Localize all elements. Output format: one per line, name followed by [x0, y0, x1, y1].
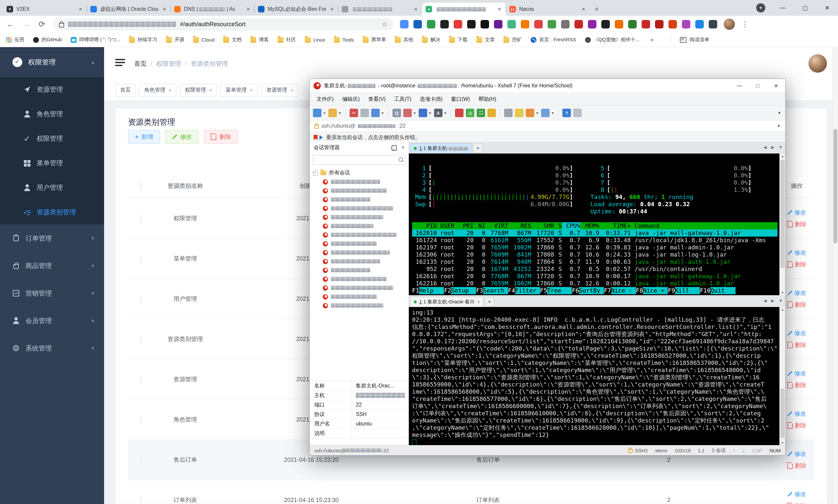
extension-icon[interactable] [548, 20, 556, 29]
toolbar-icon[interactable] [504, 109, 513, 117]
row-delete-link[interactable]: 删除 [787, 260, 806, 268]
htop-col-MEM%[interactable]: MEM% [581, 222, 599, 230]
menu-窗口(W)[interactable]: 窗口(W) [447, 96, 474, 103]
extension-icon[interactable] [709, 20, 717, 29]
row-delete-link[interactable]: 删除 [787, 502, 806, 504]
bookmark-star-icon[interactable]: ☆ [382, 20, 388, 28]
fkey-action[interactable]: Quit [711, 287, 735, 294]
edit-button[interactable]: 修改 [165, 130, 199, 144]
extension-icon[interactable] [695, 20, 704, 29]
tree-collapse-icon[interactable] [313, 170, 318, 176]
session-item[interactable] [313, 239, 409, 248]
menu-帮助(H)[interactable]: 帮助(H) [474, 96, 500, 103]
bookmark-item[interactable]: 博客 [250, 37, 269, 43]
tab-scroll-icons[interactable]: ◀▶▼ [764, 299, 783, 303]
xshell-titlebar[interactable]: 集群主机- - root@instance-: /home/ubuntu - X… [310, 79, 785, 93]
bookmark-item[interactable]: 解决 [422, 37, 440, 43]
htop-col-CPU%[interactable]: CPU% [562, 222, 581, 230]
bookmark-item[interactable]: 文章 [476, 37, 495, 43]
htop-col-RES[interactable]: RES [509, 222, 531, 230]
bookmark-item[interactable]: Cloud [193, 37, 214, 43]
bookmark-item[interactable]: 开源 [166, 37, 184, 43]
bookmark-item[interactable]: 黑苹果 [363, 37, 386, 43]
session-item[interactable] [313, 230, 409, 239]
tab-search-icon[interactable]: ▼ [756, 3, 765, 13]
status-size[interactable]: 102x19 [674, 448, 690, 453]
sidebar-group-系统管理[interactable]: 系统管理▼ [0, 335, 104, 362]
browser-menu-icon[interactable]: ⋮ [742, 20, 749, 29]
dropdown-caret-icon[interactable]: ▼ [551, 111, 554, 115]
extension-icon[interactable] [588, 20, 596, 29]
htop-col-SHR[interactable]: SHR [531, 222, 554, 230]
row-edit-link[interactable]: 修改 [788, 289, 806, 297]
dropdown-caret-icon[interactable]: ▼ [428, 111, 432, 115]
sidebar-item-菜单管理[interactable]: 菜单管理 [0, 151, 104, 176]
toolbar-icon[interactable] [419, 109, 427, 117]
browser-tab[interactable]: v× [422, 3, 506, 16]
session-item[interactable] [313, 186, 409, 195]
extension-icon[interactable] [628, 20, 637, 29]
browser-tab[interactable]: (-)Nacos× [506, 3, 590, 16]
reload-icon[interactable]: ⟳ [37, 20, 47, 29]
bookmark-item[interactable]: 哔哩哔哩 ( ˚- ˚)つ... [71, 37, 120, 43]
row-edit-link[interactable]: 修改 [788, 249, 806, 256]
page-tab-首页[interactable]: 首页 [115, 84, 136, 97]
dropdown-caret-icon[interactable]: ▼ [381, 111, 384, 115]
htop-col-Command[interactable]: Command [631, 222, 778, 230]
bookmark-item[interactable]: 挖矿 [503, 37, 522, 43]
column-header-name[interactable]: 资源类别名称 [154, 182, 216, 190]
address-dropdown-icon[interactable]: ▼ [777, 124, 781, 128]
row-checkbox[interactable] [141, 456, 141, 464]
bookmark-item[interactable]: 持续学习 [129, 37, 157, 43]
terminal2-scrollbar[interactable]: ▲ ▼ [780, 307, 785, 446]
row-checkbox[interactable] [141, 336, 141, 343]
fkey-action[interactable]: Help [419, 287, 444, 294]
tab-close-icon[interactable]: × [291, 88, 293, 93]
toolbar-icon[interactable] [573, 109, 582, 117]
page-tab-资源管理[interactable]: 资源管理× [262, 84, 298, 97]
add-button[interactable]: +新增 [128, 130, 160, 144]
terminal1-scrollbar[interactable]: ▲ ▼ [780, 154, 785, 295]
window-maximize-button[interactable]: ▢ [800, 4, 810, 12]
htop-col-PRI[interactable]: PRI [459, 222, 474, 230]
menu-编辑(E)[interactable]: 编辑(E) [338, 96, 364, 103]
page-tab-角色管理[interactable]: 角色管理× [140, 84, 176, 97]
dropdown-caret-icon[interactable]: ▼ [536, 111, 539, 115]
toolbar-icon[interactable] [403, 109, 412, 117]
tab-close-icon[interactable]: × [245, 6, 251, 13]
toolbar-overflow-icon[interactable]: ▼ [778, 111, 781, 115]
extension-icon[interactable] [481, 20, 489, 29]
session-item[interactable] [313, 274, 409, 284]
extension-icon[interactable] [413, 20, 422, 29]
extension-icon[interactable] [615, 20, 623, 29]
tab-scroll-icons[interactable]: ◀▶▼ [764, 145, 783, 149]
bookmark-item[interactable]: 的GitHub [33, 37, 62, 43]
row-delete-link[interactable]: 删除 [787, 381, 806, 389]
session-search-input[interactable] [313, 156, 405, 165]
toolbar-icon[interactable]: A [434, 109, 443, 117]
bookmark-item[interactable]: 《QQ宠物》相伴十... [585, 37, 640, 43]
xshell-address-bar[interactable]: ssh://ubuntu@:22 ▼ [310, 121, 785, 132]
extension-icon[interactable] [494, 20, 502, 29]
new-terminal-tab-button[interactable]: + [485, 297, 494, 306]
page-tab-菜单管理[interactable]: 菜单管理× [221, 84, 257, 97]
terminal-log[interactable]: ing:1302:20:13.921 [http-nio-20400-exec-… [409, 307, 785, 446]
terminal-tab-1[interactable]: 1 1 集群主机- [410, 143, 472, 154]
sidebar-group-订单管理[interactable]: 订单管理▼ [0, 224, 104, 252]
row-delete-link[interactable]: 删除 [787, 301, 806, 309]
page-scrollbar[interactable] [833, 47, 838, 504]
scroll-down-icon[interactable]: ↓ [743, 448, 745, 453]
extension-icon[interactable] [440, 20, 449, 29]
toolbar-icon[interactable] [526, 109, 534, 117]
url-field[interactable]: #/auth/authResourceSort ☆ [53, 18, 393, 31]
tab-close-icon[interactable]: × [580, 6, 587, 13]
toolbar-icon[interactable]: ◎ [466, 109, 474, 117]
row-delete-link[interactable]: 删除 [787, 462, 806, 470]
xshell-maximize-button[interactable]: □ [749, 83, 767, 89]
menu-选项卡(B)[interactable]: 选项卡(B) [416, 96, 447, 103]
bookmark-item[interactable]: 首页 · FreshRSS [531, 37, 576, 43]
bookmark-item[interactable]: Tools [334, 37, 354, 43]
session-item[interactable] [313, 204, 409, 213]
extension-icon[interactable] [642, 20, 650, 29]
row-edit-link[interactable]: 修改 [788, 370, 806, 377]
